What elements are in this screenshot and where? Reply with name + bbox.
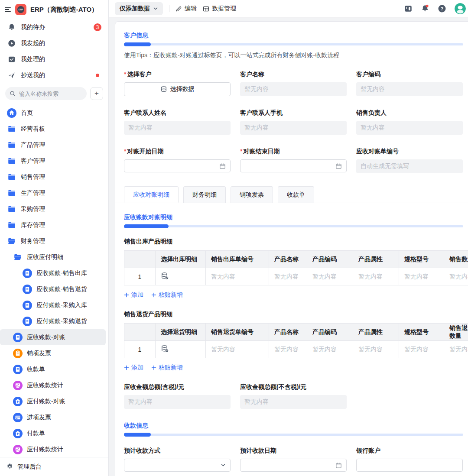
column-header: 产品编码 (307, 324, 353, 341)
sidebar-item-17[interactable]: 应收账款统计 (0, 377, 108, 393)
tab-0[interactable]: 应收对账明细 (124, 186, 179, 203)
sidebar-item-0[interactable]: 首页 (0, 105, 108, 121)
required-asterisk: * (240, 148, 242, 155)
customer-fields-grid: *选择客户选择数据客户名称暂无内容客户编码暂无内容客户联系人姓名暂无内容客户联系… (124, 71, 468, 173)
section-title-customer: 客户信息 (124, 32, 468, 39)
sidebar-item-label: 采购管理 (21, 205, 104, 213)
sidebar-item-11[interactable]: 应收账款-销售退货 (0, 281, 108, 297)
hamburger-icon[interactable] (4, 6, 11, 13)
progress-track (124, 43, 463, 45)
sidebar-item-label: 应收应付明细 (27, 253, 104, 261)
date-input[interactable] (240, 459, 347, 472)
sidebar-item-9[interactable]: 应收应付明细 (0, 249, 108, 265)
search-input[interactable] (18, 90, 82, 97)
sidebar-item-7[interactable]: 库存管理 (0, 217, 108, 233)
table-grid-icon (203, 6, 209, 12)
side-panel-icon[interactable] (404, 4, 413, 13)
search-box[interactable] (5, 87, 87, 100)
date-input[interactable] (240, 159, 347, 172)
column-header: 销售退货数量 (444, 324, 468, 341)
avatar[interactable] (455, 3, 466, 14)
column-header: 产品名称 (269, 324, 307, 341)
totals-field-1: 应收金额总额(不含税)/元暂无内容 (240, 383, 347, 409)
add-button[interactable]: + (90, 87, 103, 100)
sidebar-item-label: 我处理的 (21, 55, 104, 63)
sidebar-item-label: 应付账款-对账 (27, 398, 104, 405)
sidebar-item-label: 经营看板 (21, 125, 104, 133)
sidebar-item-18[interactable]: 应付账款-对账 (0, 393, 108, 409)
sidebar-item-label: 付款单 (27, 430, 104, 437)
empty-cell: 暂无内容 (269, 268, 307, 285)
data-manage-button[interactable]: 数据管理 (203, 5, 236, 13)
sidebar-item-13[interactable]: 应付账款-采购退货 (0, 313, 108, 329)
sidebar-item-label: 生产管理 (21, 189, 104, 197)
paste-add-link[interactable]: 粘贴新增 (151, 364, 183, 372)
text-input[interactable] (356, 459, 463, 472)
disabled-input: 暂无内容 (356, 121, 463, 135)
sidebar-item-10[interactable]: 应收账款-销售出库 (0, 265, 108, 281)
sidebar-item-12[interactable]: 应付账款-采购入库 (0, 297, 108, 313)
tab-2[interactable]: 销项发票 (231, 186, 273, 203)
sidebar-item-quick-0[interactable]: 我的待办3 (0, 19, 108, 35)
add-row-link[interactable]: 添加 (124, 364, 143, 372)
select-detail-cell[interactable] (156, 341, 206, 358)
empty-cell: 暂无内容 (206, 341, 269, 358)
sidebar-item-admin[interactable]: 管理后台 (0, 457, 108, 476)
sidebar-item-15[interactable]: 销项发票 (0, 345, 108, 361)
sidebar-item-16[interactable]: 收款单 (0, 361, 108, 377)
required-asterisk: * (124, 71, 126, 78)
folder-icon (7, 126, 16, 132)
paste-add-link[interactable]: 粘贴新增 (151, 291, 183, 299)
send-icon (7, 71, 16, 79)
sidebar-item-5[interactable]: 生产管理 (0, 185, 108, 201)
sidebar-item-4[interactable]: 销售管理 (0, 169, 108, 185)
sidebar-item-2[interactable]: 产品管理 (0, 137, 108, 153)
sidebar-item-8[interactable]: 财务管理 (0, 233, 108, 249)
column-header: 选择退货明细 (156, 324, 206, 341)
edit-button[interactable]: 编辑 (176, 5, 197, 13)
add-row-link[interactable]: 添加 (124, 291, 143, 299)
sidebar-item-6[interactable]: 采购管理 (0, 201, 108, 217)
progress-customer (124, 42, 463, 46)
date-input[interactable] (124, 159, 231, 172)
sidebar-item-quick-1[interactable]: 我发起的 (0, 35, 108, 51)
help-icon[interactable]: ? (438, 4, 446, 13)
select-input[interactable] (124, 459, 231, 472)
field-label: 客户联系人姓名 (124, 109, 231, 117)
notifications-bell-icon[interactable] (421, 4, 429, 13)
sidebar-item-19[interactable]: 进项发票 (0, 409, 108, 425)
customer-field-8: 应收对账单编号自动生成无需填写 (356, 148, 463, 173)
tab-1[interactable]: 财务明细 (183, 186, 226, 203)
sidebar-item-label: 客户管理 (21, 157, 104, 165)
sidebar-item-quick-2[interactable]: 我处理的 (0, 51, 108, 67)
sidebar-item-21[interactable]: 应付账款统计 (0, 441, 108, 457)
sidebar-item-1[interactable]: 经营看板 (0, 121, 108, 137)
payment-field-2: 银行账户 (356, 447, 463, 472)
tab-3[interactable]: 收款单 (278, 186, 314, 203)
sidebar-item-3[interactable]: 客户管理 (0, 153, 108, 169)
doc-circle-icon (23, 269, 32, 278)
sidebar-item-label: 我的待办 (21, 23, 89, 31)
sidebar-search-row: + (0, 83, 108, 104)
select-detail-cell[interactable] (156, 268, 206, 285)
form-card: 客户信息 使用Tips：应收账款-对账通过标签页，可以一站式完成所有财务侧对账-… (115, 21, 468, 476)
bell-icon (7, 23, 16, 31)
field-label: *对账结束日期 (240, 148, 347, 155)
calendar-icon (335, 462, 342, 469)
customer-field-4: 客户联系人手机暂无内容 (240, 109, 347, 135)
field-label: *选择客户 (124, 71, 231, 78)
home-icon (7, 108, 16, 118)
field-label: 应收金额总额(含税)/元 (124, 383, 231, 391)
sidebar-item-quick-3[interactable]: 抄送我的 (0, 67, 108, 83)
doc-circle-icon (23, 301, 32, 310)
column-header: 产品属性 (353, 251, 399, 268)
sidebar-item-label: 应付账款统计 (27, 446, 104, 453)
sidebar-item-14[interactable]: 应收账款-对账 (0, 329, 106, 345)
mode-dropdown[interactable]: 仅添加数据 (115, 2, 163, 15)
database-icon (160, 86, 167, 93)
select-data-button[interactable]: 选择数据 (124, 82, 231, 96)
column-header: 选择出库明细 (156, 251, 206, 268)
empty-cell: 暂无内容 (444, 341, 468, 358)
sidebar-item-label: 抄送我的 (21, 71, 91, 79)
sidebar-item-20[interactable]: 付款单 (0, 425, 108, 441)
